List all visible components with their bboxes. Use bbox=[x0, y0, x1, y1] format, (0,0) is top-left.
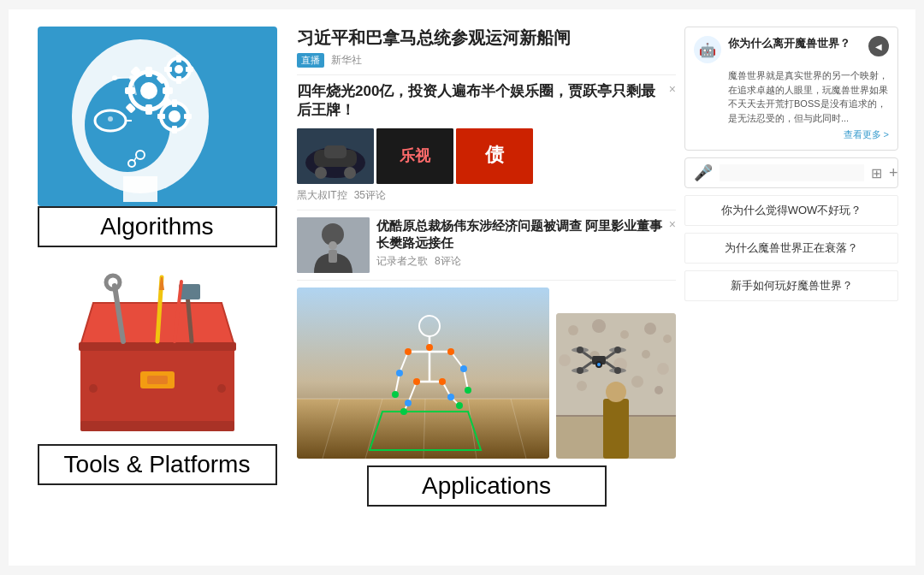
svg-rect-23 bbox=[172, 126, 177, 133]
plus-icon[interactable]: + bbox=[889, 164, 898, 182]
svg-point-5 bbox=[140, 82, 157, 99]
svg-point-113 bbox=[657, 363, 669, 375]
news-comments-2: 35评论 bbox=[354, 188, 386, 203]
news-item-3[interactable]: 优酷原总裁杨伟东涉经济问题被调查 阿里影业董事长樊路远接任 × 记录者之歌 8评… bbox=[297, 217, 676, 281]
svg-point-98 bbox=[405, 400, 412, 406]
svg-point-114 bbox=[577, 381, 587, 391]
svg-rect-2 bbox=[123, 176, 157, 202]
applications-section: Applications bbox=[297, 288, 676, 507]
svg-point-56 bbox=[344, 167, 356, 179]
news-meta-3: 记录者之歌 8评论 bbox=[376, 254, 676, 269]
svg-point-99 bbox=[447, 394, 454, 400]
news-thumb-3 bbox=[297, 217, 370, 273]
svg-point-50 bbox=[89, 384, 98, 393]
svg-rect-7 bbox=[145, 104, 152, 115]
news-item-1[interactable]: 习近平和巴拿马总统参观运河新船闸 直播 新华社 bbox=[297, 27, 676, 75]
svg-rect-135 bbox=[603, 399, 629, 459]
chat-more[interactable]: 查看更多 > bbox=[694, 128, 889, 141]
chat-body: 魔兽世界就是真实世界的另一个映射，在追求卓越的人眼里，玩魔兽世界如果不天天去开荒… bbox=[728, 68, 889, 125]
svg-point-117 bbox=[654, 386, 663, 394]
svg-rect-17 bbox=[176, 76, 181, 84]
svg-point-105 bbox=[592, 319, 606, 333]
svg-point-100 bbox=[400, 408, 407, 415]
svg-rect-22 bbox=[172, 99, 177, 107]
suggestion-2[interactable]: 为什么魔兽世界正在衰落？ bbox=[684, 233, 898, 264]
right-column: 习近平和巴拿马总统参观运河新船闸 直播 新华社 四年烧光200亿，投资人遍布半个… bbox=[297, 27, 898, 548]
left-column: Algorithms bbox=[26, 27, 288, 548]
news-meta-2: 黑大叔IT控 35评论 bbox=[297, 188, 676, 203]
svg-point-28 bbox=[108, 116, 113, 122]
news-source-3: 记录者之歌 bbox=[376, 254, 428, 269]
svg-point-129 bbox=[577, 347, 583, 353]
news-title-2: 四年烧光200亿，投资人遍布半个娱乐圈，贾跃亭只剩最后王牌！ bbox=[297, 82, 669, 120]
svg-point-134 bbox=[597, 363, 601, 366]
svg-point-33 bbox=[129, 75, 134, 80]
svg-rect-49 bbox=[80, 421, 234, 431]
algorithms-card: Algorithms bbox=[26, 27, 288, 247]
svg-rect-9 bbox=[163, 87, 173, 94]
svg-rect-24 bbox=[157, 114, 165, 119]
svg-point-106 bbox=[620, 330, 629, 339]
svg-point-108 bbox=[663, 335, 672, 343]
search-input[interactable] bbox=[720, 164, 864, 181]
svg-point-107 bbox=[644, 323, 656, 335]
svg-text:乐视: 乐视 bbox=[399, 147, 431, 164]
svg-point-66 bbox=[329, 241, 337, 250]
svg-point-55 bbox=[315, 167, 327, 179]
app-image-drone bbox=[556, 313, 676, 459]
svg-point-93 bbox=[460, 365, 467, 372]
svg-point-131 bbox=[577, 367, 583, 374]
microphone-icon[interactable]: 🎤 bbox=[694, 163, 713, 182]
svg-point-116 bbox=[631, 376, 643, 388]
svg-point-92 bbox=[396, 370, 403, 376]
svg-rect-25 bbox=[184, 114, 192, 119]
chat-question: 你为什么离开魔兽世界？ bbox=[728, 36, 862, 51]
news-title-3: 优酷原总裁杨伟东涉经济问题被调查 阿里影业董事长樊路远接任 bbox=[376, 217, 669, 251]
news-source-2: 黑大叔IT控 bbox=[297, 188, 347, 203]
tools-card: Tools & Platforms bbox=[26, 264, 288, 485]
svg-point-15 bbox=[175, 65, 183, 74]
svg-rect-16 bbox=[176, 55, 181, 62]
volume-icon[interactable]: ◀ bbox=[868, 36, 889, 56]
suggestion-3[interactable]: 新手如何玩好魔兽世界？ bbox=[684, 270, 898, 301]
search-bar[interactable]: 🎤 ⊞ + bbox=[684, 157, 898, 188]
news-title-1: 习近平和巴拿马总统参观运河新船闸 bbox=[297, 27, 571, 50]
svg-rect-18 bbox=[164, 67, 172, 72]
svg-point-109 bbox=[559, 354, 571, 366]
svg-point-136 bbox=[606, 382, 626, 402]
news-comments-3: 8评论 bbox=[435, 254, 461, 269]
svg-point-89 bbox=[426, 344, 433, 351]
grid-icon[interactable]: ⊞ bbox=[871, 165, 882, 181]
tools-image bbox=[38, 264, 277, 444]
svg-point-101 bbox=[456, 402, 463, 409]
algorithms-image bbox=[38, 27, 277, 206]
svg-point-95 bbox=[465, 387, 471, 394]
svg-point-97 bbox=[439, 378, 446, 385]
news-item-2[interactable]: 四年烧光200亿，投资人遍布半个娱乐圈，贾跃亭只剩最后王牌！ × bbox=[297, 82, 676, 210]
svg-point-94 bbox=[392, 391, 399, 398]
svg-rect-41 bbox=[147, 376, 168, 384]
svg-rect-6 bbox=[145, 67, 152, 77]
news-tag-1: 直播 bbox=[297, 53, 324, 68]
svg-point-112 bbox=[642, 350, 650, 359]
svg-point-91 bbox=[447, 348, 454, 355]
news-close-3[interactable]: × bbox=[669, 217, 676, 231]
svg-point-104 bbox=[568, 325, 578, 335]
right-side-panel: 🤖 你为什么离开魔兽世界？ ◀ 魔兽世界就是真实世界的另一个映射，在追求卓越的人… bbox=[684, 27, 898, 548]
svg-point-130 bbox=[614, 347, 621, 353]
svg-rect-19 bbox=[186, 67, 193, 72]
svg-point-96 bbox=[413, 378, 420, 385]
svg-point-21 bbox=[169, 110, 181, 122]
svg-point-51 bbox=[217, 384, 226, 393]
svg-point-32 bbox=[112, 75, 117, 80]
tools-label: Tools & Platforms bbox=[38, 444, 277, 485]
news-meta-1: 直播 新华社 bbox=[297, 53, 676, 68]
app-image-skeleton bbox=[297, 288, 549, 459]
suggestion-1[interactable]: 你为什么觉得WOW不好玩？ bbox=[684, 195, 898, 226]
svg-rect-57 bbox=[324, 145, 346, 158]
algorithms-label: Algorithms bbox=[38, 206, 277, 247]
chat-avatar: 🤖 bbox=[694, 36, 721, 63]
news-close-2[interactable]: × bbox=[669, 82, 676, 96]
svg-point-43 bbox=[106, 276, 120, 289]
svg-point-132 bbox=[614, 367, 621, 374]
